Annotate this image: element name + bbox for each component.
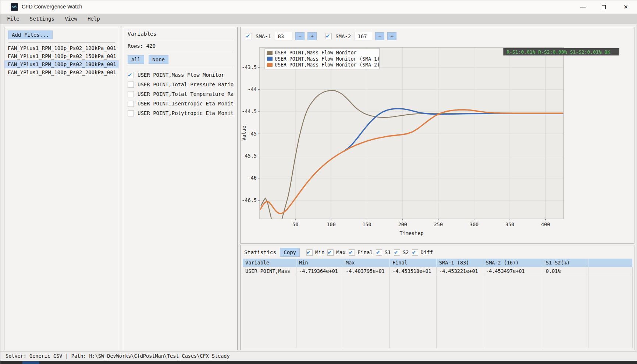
sma1-window-input[interactable]: 83 <box>275 32 292 40</box>
table-cell: -4.453518e+01 <box>390 267 437 275</box>
sma1-increment-button[interactable]: + <box>307 32 317 40</box>
status-text: Solver: Generic CSV | Path: H:\SW_DevWor… <box>6 353 230 359</box>
plot-background <box>260 47 563 219</box>
statistics-table: VariableMinMaxFinalSMA-1 (83)SMA-2 (167)… <box>243 259 633 348</box>
waveform-icon <box>11 3 18 11</box>
table-filler-column <box>483 275 543 348</box>
file-list-item[interactable]: FAN_YPlus1_RPM_100p_Ps02_120kPa_001 <box>4 44 119 52</box>
app-icon <box>11 3 18 11</box>
toggle-label: S1 <box>385 249 391 255</box>
table-cell: -4.453221e+01 <box>437 267 483 275</box>
statistics-toggles: MinMaxFinalS1S2Diff <box>303 249 433 256</box>
file-list-item[interactable]: FAN_YPlus1_RPM_100p_Ps02_150kPa_001 <box>4 52 119 60</box>
tick-label-x: 100 <box>327 221 335 227</box>
menu-item-file[interactable]: File <box>3 14 23 23</box>
variable-checkbox[interactable] <box>128 110 134 116</box>
table-header-cell: SMA-2 (167) <box>483 259 543 267</box>
table-header-cell: Max <box>343 259 390 267</box>
variable-checkbox[interactable] <box>128 82 134 88</box>
sma1-checkbox[interactable] <box>246 33 252 39</box>
tick-label-x: 250 <box>434 221 443 227</box>
file-list: FAN_YPlus1_RPM_100p_Ps02_120kPa_001FAN_Y… <box>4 44 119 76</box>
sma2-window-input[interactable]: 167 <box>355 32 372 40</box>
select-all-button[interactable]: All <box>128 55 144 64</box>
toggle-s2: S2 <box>394 249 409 256</box>
variable-checkbox[interactable] <box>128 72 134 78</box>
variable-checkbox[interactable] <box>128 101 134 107</box>
tick-label-x: 300 <box>470 221 478 227</box>
toggle-checkbox-s1[interactable] <box>376 249 382 256</box>
table-cell: -4.403795e+01 <box>343 267 390 275</box>
maximize-button[interactable] <box>595 0 612 14</box>
maximize-icon <box>602 5 606 9</box>
file-list-item[interactable]: FAN_YPlus1_RPM_100p_Ps02_180kPa_001 <box>4 60 119 68</box>
menubar: FileSettingsViewHelp <box>0 14 637 24</box>
legend-entry: USER POINT,Mass Flow Monitor (SMA-2) <box>275 62 380 68</box>
status-bar: Solver: Generic CSV | Path: H:\SW_DevWor… <box>0 351 637 361</box>
tick-label-x: 150 <box>362 221 371 227</box>
table-cell <box>588 267 633 275</box>
table-filler-column <box>588 275 633 348</box>
convergence-badge-text: R-S1:0.01% R-S2:0.00% S1-S2:0.01% OK <box>506 49 610 55</box>
toggle-label: Max <box>336 249 345 255</box>
statistics-toolbar: Statistics Copy MinMaxFinalS1S2Diff <box>241 245 634 257</box>
sma2-label: SMA-2 <box>335 33 351 39</box>
divider <box>8 42 115 43</box>
variable-row[interactable]: USER POINT,Total Temperature Ra <box>123 89 237 99</box>
table-filler-column <box>437 275 483 348</box>
select-none-button[interactable]: None <box>149 55 168 64</box>
variable-row[interactable]: USER POINT,Total Pressure Ratio <box>123 80 237 89</box>
toggle-checkbox-final[interactable] <box>349 249 355 256</box>
table-filler-column <box>243 275 296 348</box>
legend-swatch <box>267 57 273 61</box>
menu-item-view[interactable]: View <box>61 14 81 23</box>
legend-swatch <box>267 51 273 55</box>
toggle-checkbox-max[interactable] <box>327 249 334 256</box>
convergence-chart: 50100150200250300350400-43.5-44-44.5-45-… <box>241 42 634 243</box>
file-list-item[interactable]: FAN_YPlus1_RPM_100p_Ps02_200kPa_001 <box>4 68 119 76</box>
variable-checkbox[interactable] <box>128 91 134 97</box>
table-header-cell: SMA-1 (83) <box>437 259 483 267</box>
toggle-checkbox-s2[interactable] <box>394 249 400 256</box>
table-cell: -4.453497e+01 <box>483 267 543 275</box>
close-button[interactable]: ✕ <box>617 0 634 14</box>
minimize-button[interactable]: — <box>574 0 591 14</box>
table-header-cell <box>588 259 633 267</box>
minimize-icon: — <box>580 4 586 10</box>
tick-label-y: -44.5 <box>242 108 257 114</box>
table-cell: USER POINT,Mass <box>243 267 296 275</box>
variable-label: USER POINT,Mass Flow Monitor <box>138 72 224 78</box>
legend-swatch <box>267 63 273 67</box>
rows-count-label: Rows: 420 <box>128 43 237 49</box>
table-header-cell: Final <box>390 259 437 267</box>
menu-item-help[interactable]: Help <box>84 14 104 23</box>
toggle-checkbox-min[interactable] <box>306 249 313 256</box>
sma2-decrement-button[interactable]: − <box>375 32 384 40</box>
tick-label-y: -44 <box>248 86 257 92</box>
toggle-checkbox-diff[interactable] <box>412 249 418 256</box>
taskbar-app-hint <box>22 361 39 364</box>
statistics-title: Statistics <box>244 249 276 255</box>
app-window: CFD Convergence Watch — ✕ FileSettingsVi… <box>0 0 637 364</box>
legend-entry: USER POINT,Mass Flow Monitor <box>275 50 356 55</box>
variables-panel: Variables Rows: 420 All None USER POINT,… <box>123 27 238 350</box>
sma1-decrement-button[interactable]: − <box>295 32 305 40</box>
divider <box>128 67 233 67</box>
add-files-button[interactable]: Add Files... <box>8 30 53 39</box>
chart-panel: SMA-1 83 − + SMA-2 167 − + 5010015020025… <box>240 27 634 244</box>
sma2-increment-button[interactable]: + <box>387 32 396 40</box>
sma2-checkbox[interactable] <box>325 33 332 39</box>
variable-label: USER POINT,Isentropic Eta Monit <box>138 101 234 107</box>
variable-label: USER POINT,Total Temperature Ra <box>138 91 234 97</box>
variable-row[interactable]: USER POINT,Mass Flow Monitor <box>123 70 237 80</box>
divider <box>128 40 233 40</box>
variable-row[interactable]: USER POINT,Isentropic Eta Monit <box>123 99 237 108</box>
table-cell: -4.719364e+01 <box>296 267 343 275</box>
toggle-final: Final <box>349 249 373 256</box>
copy-button[interactable]: Copy <box>280 248 300 257</box>
tick-label-y: -45 <box>248 131 257 137</box>
variable-row[interactable]: USER POINT,Polytropic Eta Monit <box>123 108 237 118</box>
statistics-panel: Statistics Copy MinMaxFinalS1S2Diff Vari… <box>240 245 634 350</box>
window-title: CFD Convergence Watch <box>22 4 82 10</box>
menu-item-settings[interactable]: Settings <box>26 14 58 23</box>
